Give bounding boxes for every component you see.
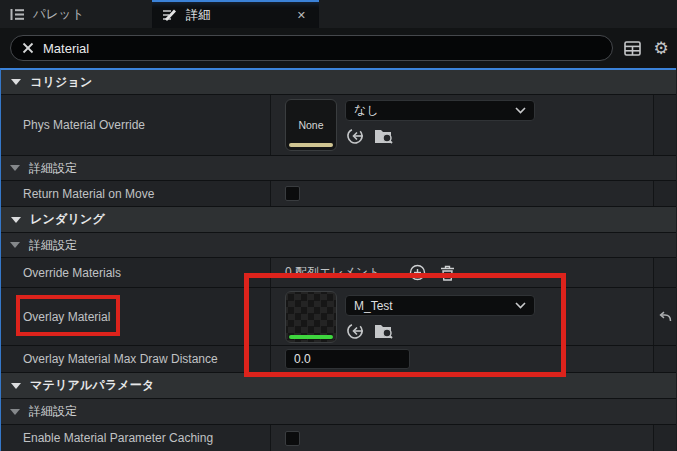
section-advanced-matparam[interactable]: 詳細設定: [1, 399, 676, 425]
chevron-expanded-icon: [11, 79, 21, 85]
advanced-label: 詳細設定: [29, 160, 77, 177]
tab-details[interactable]: 詳細 ✕: [152, 0, 319, 28]
phys-material-dropdown[interactable]: なし: [345, 100, 535, 121]
chevron-expanded-icon: [11, 383, 21, 389]
return-material-label: Return Material on Move: [23, 187, 154, 201]
override-materials-value: 0 配列エレメント: [271, 258, 653, 287]
return-material-value: [271, 181, 653, 206]
chevron-expanded-icon: [10, 165, 20, 171]
phys-material-dropdown-value: なし: [354, 102, 379, 119]
section-material-parameters[interactable]: マテリアルパラメータ: [1, 373, 676, 399]
tab-details-label: 詳細: [186, 7, 211, 24]
property-label: Return Material on Move: [1, 181, 271, 206]
advanced-label: 詳細設定: [29, 403, 77, 420]
settings-gear-icon[interactable]: ⚙: [651, 38, 671, 58]
overlay-asset-thumbnail[interactable]: [285, 291, 337, 343]
section-advanced-rendering[interactable]: 詳細設定: [1, 233, 676, 258]
thumbnail-none-label: None: [298, 119, 323, 131]
tab-close-icon[interactable]: ✕: [294, 9, 309, 22]
property-label: Overlay Material Max Draw Distance: [1, 346, 271, 372]
phys-material-value: None なし: [271, 95, 653, 155]
enable-caching-label: Enable Material Parameter Caching: [23, 431, 213, 445]
details-panel-window: パレット 詳細 ✕: [0, 0, 677, 451]
overlay-material-value: M_Test: [271, 288, 653, 345]
overlay-material-label: Overlay Material: [23, 310, 110, 324]
row-reset-column: [653, 258, 676, 287]
row-reset-column: [653, 288, 676, 345]
tab-palette-label: パレット: [33, 6, 84, 23]
list-icon: [10, 8, 25, 21]
use-selected-asset-icon[interactable]: [345, 321, 365, 341]
enable-caching-value: [271, 425, 653, 451]
use-selected-asset-icon[interactable]: [345, 126, 365, 146]
chevron-down-icon: [515, 302, 526, 309]
chevron-down-icon: [515, 107, 526, 114]
row-reset-column: [653, 181, 676, 206]
overlay-material-dropdown-value: M_Test: [354, 299, 393, 313]
row-enable-material-parameter-caching: Enable Material Parameter Caching: [1, 425, 676, 451]
overlay-material-dropdown[interactable]: M_Test: [345, 295, 535, 316]
array-elements-count: 0 配列エレメント: [285, 264, 397, 281]
section-material-parameters-label: マテリアルパラメータ: [30, 377, 155, 394]
row-reset-column: [653, 95, 676, 155]
property-label: Enable Material Parameter Caching: [1, 425, 271, 451]
section-collision-label: コリジョン: [30, 74, 92, 91]
section-rendering[interactable]: レンダリング: [1, 207, 676, 233]
details-tree: コリジョン Phys Material Override None なし: [0, 68, 676, 451]
max-draw-distance-label: Overlay Material Max Draw Distance: [23, 352, 218, 366]
row-reset-column: [653, 425, 676, 451]
display-filter-icon[interactable]: [622, 38, 642, 58]
search-row: ⚙: [0, 28, 677, 68]
row-return-material-on-move: Return Material on Move: [1, 181, 676, 207]
max-draw-distance-value: [271, 346, 653, 372]
section-collision[interactable]: コリジョン: [1, 70, 676, 95]
max-draw-distance-input[interactable]: [285, 349, 410, 369]
chevron-expanded-icon: [11, 217, 21, 223]
override-materials-label: Override Materials: [23, 266, 121, 280]
phys-material-label: Phys Material Override: [23, 118, 145, 132]
row-overlay-material: Overlay Material M_Test: [1, 288, 676, 346]
property-label: Override Materials: [1, 258, 271, 287]
chevron-expanded-icon: [10, 409, 20, 415]
search-input[interactable]: [43, 41, 602, 56]
asset-type-color-strip: [289, 143, 333, 147]
clear-search-icon[interactable]: [21, 42, 34, 55]
property-label: Overlay Material: [1, 288, 271, 345]
asset-type-color-strip: [289, 335, 333, 339]
section-advanced-collision[interactable]: 詳細設定: [1, 156, 676, 181]
add-array-element-icon[interactable]: [407, 263, 427, 283]
enable-caching-checkbox[interactable]: [285, 431, 300, 446]
browse-to-asset-icon[interactable]: [374, 126, 394, 146]
browse-to-asset-icon[interactable]: [374, 321, 394, 341]
clear-array-trash-icon[interactable]: [437, 263, 457, 283]
section-rendering-label: レンダリング: [30, 211, 105, 228]
tab-palette[interactable]: パレット: [0, 0, 152, 28]
row-overlay-max-draw-distance: Overlay Material Max Draw Distance: [1, 346, 676, 373]
advanced-label: 詳細設定: [29, 237, 77, 254]
row-reset-column: [653, 346, 676, 372]
tab-bar: パレット 詳細 ✕: [0, 0, 677, 28]
search-box[interactable]: [10, 35, 613, 61]
row-phys-material-override: Phys Material Override None なし: [1, 95, 676, 156]
row-override-materials: Override Materials 0 配列エレメント: [1, 258, 676, 288]
chevron-expanded-icon: [10, 242, 20, 248]
return-material-checkbox[interactable]: [285, 186, 300, 201]
reset-to-default-icon[interactable]: [655, 307, 675, 327]
details-edit-icon: [162, 8, 178, 22]
property-label: Phys Material Override: [1, 95, 271, 155]
phys-asset-thumbnail[interactable]: None: [285, 99, 337, 151]
